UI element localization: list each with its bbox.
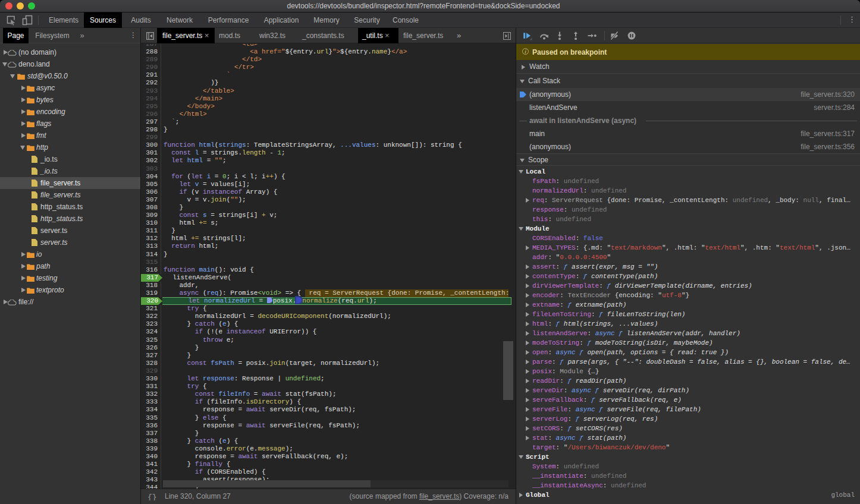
- svg-text:{}: {}: [147, 493, 157, 500]
